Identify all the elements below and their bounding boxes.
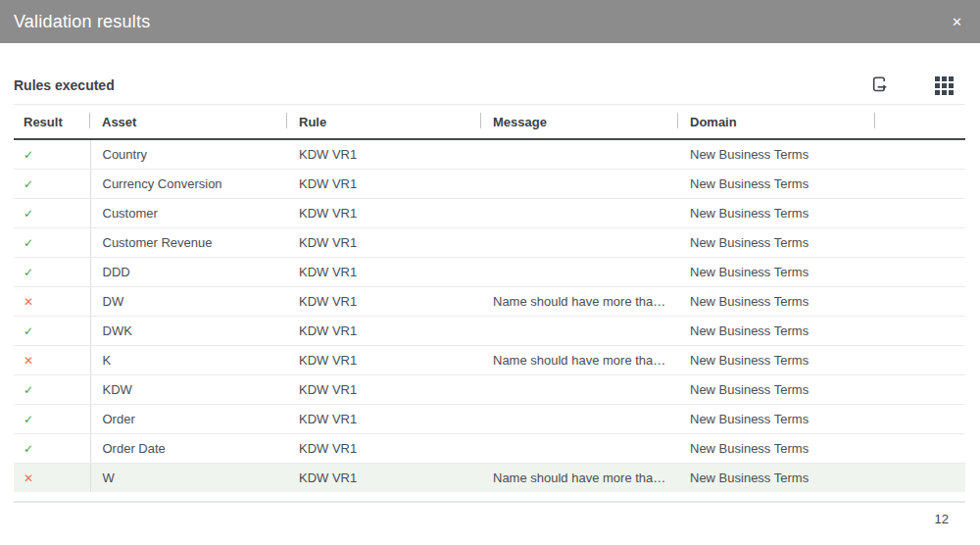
dialog-content: Rules executed	[0, 67, 980, 526]
result-cell: ✓	[14, 374, 90, 404]
result-cell: ✓	[14, 257, 90, 286]
domain-cell: New Business Terms	[678, 257, 875, 286]
message-cell	[481, 433, 678, 463]
asset-cell: Order Date	[90, 433, 287, 463]
asset-cell: DW	[90, 286, 287, 316]
extra-cell	[875, 169, 965, 198]
rule-cell: KDW VR1	[287, 257, 481, 286]
toolbar-icons	[870, 74, 965, 97]
rule-cell: KDW VR1	[287, 404, 481, 433]
pass-icon: ✓	[24, 413, 33, 426]
result-cell: ✕	[14, 286, 90, 316]
extra-cell	[875, 227, 965, 257]
table-footer: 12	[14, 501, 965, 526]
asset-cell: Country	[90, 139, 287, 169]
toolbar: Rules executed	[14, 67, 965, 104]
domain-cell: New Business Terms	[678, 404, 875, 433]
domain-cell: New Business Terms	[678, 374, 875, 404]
domain-cell: New Business Terms	[678, 345, 875, 374]
column-header-result: Result	[14, 105, 90, 140]
fail-icon: ✕	[24, 295, 33, 309]
column-header-message: Message	[481, 105, 678, 140]
table-row[interactable]: ✓ Order Date KDW VR1 New Business Terms	[14, 433, 965, 463]
pass-icon: ✓	[24, 383, 33, 397]
table-row[interactable]: ✓ Customer Revenue KDW VR1 New Business …	[14, 227, 965, 257]
rule-cell: KDW VR1	[287, 286, 481, 316]
result-cell: ✓	[14, 139, 90, 169]
pass-icon: ✓	[24, 177, 33, 191]
domain-cell: New Business Terms	[678, 433, 875, 463]
extra-cell	[875, 286, 965, 316]
extra-cell	[875, 198, 965, 227]
pass-icon: ✓	[24, 148, 33, 162]
grid-icon	[935, 76, 954, 95]
result-cell: ✕	[14, 345, 90, 374]
table-row[interactable]: ✓ DWK KDW VR1 New Business Terms	[14, 316, 965, 345]
result-cell: ✓	[14, 169, 90, 198]
table-row[interactable]: ✕ W KDW VR1 Name should have more than ……	[14, 463, 965, 492]
column-header-asset: Asset	[90, 105, 287, 140]
extra-cell	[875, 345, 965, 374]
columns-button[interactable]	[935, 76, 954, 95]
table-row[interactable]: ✓ Currency Conversion KDW VR1 New Busine…	[14, 169, 965, 198]
rule-cell: KDW VR1	[287, 139, 481, 169]
asset-cell: DWK	[90, 316, 287, 345]
extra-cell	[875, 139, 965, 169]
rule-cell: KDW VR1	[287, 433, 481, 463]
close-icon[interactable]: ✕	[952, 16, 962, 28]
rule-cell: KDW VR1	[287, 345, 481, 374]
message-cell: Name should have more than …	[481, 463, 678, 492]
table-row[interactable]: ✓ KDW KDW VR1 New Business Terms	[14, 374, 965, 404]
rule-cell: KDW VR1	[287, 374, 481, 404]
table-row[interactable]: ✓ Order KDW VR1 New Business Terms	[14, 404, 965, 433]
asset-cell: Customer	[90, 198, 287, 227]
rule-cell: KDW VR1	[287, 227, 481, 257]
extra-cell	[875, 374, 965, 404]
table-header: Result Asset Rule Message Domain	[14, 105, 965, 140]
dialog-title: Validation results	[14, 12, 150, 32]
table-row[interactable]: ✕ K KDW VR1 Name should have more than ……	[14, 345, 965, 374]
asset-cell: DDD	[90, 257, 287, 286]
pass-icon: ✓	[24, 207, 33, 221]
column-header-rule: Rule	[287, 105, 481, 140]
message-cell: Name should have more than …	[481, 345, 678, 374]
message-cell	[481, 404, 678, 433]
export-button[interactable]	[870, 74, 890, 97]
pass-icon: ✓	[24, 266, 33, 279]
message-cell	[481, 139, 678, 169]
asset-cell: W	[90, 463, 287, 492]
domain-cell: New Business Terms	[678, 463, 875, 492]
extra-cell	[875, 433, 965, 463]
result-cell: ✓	[14, 198, 90, 227]
table-body: ✓ Country KDW VR1 New Business Terms ✓ C…	[14, 139, 965, 492]
rule-cell: KDW VR1	[287, 463, 481, 492]
asset-cell: K	[90, 345, 287, 374]
rule-cell: KDW VR1	[287, 198, 481, 227]
message-cell	[481, 316, 678, 345]
pass-icon: ✓	[24, 324, 33, 338]
asset-cell: Currency Conversion	[90, 169, 287, 198]
export-icon	[870, 74, 890, 97]
message-cell	[481, 374, 678, 404]
extra-cell	[875, 404, 965, 433]
column-header-extra	[875, 105, 965, 140]
domain-cell: New Business Terms	[678, 286, 875, 316]
domain-cell: New Business Terms	[678, 169, 875, 198]
message-cell: Name should have more than …	[481, 286, 678, 316]
rule-cell: KDW VR1	[287, 316, 481, 345]
extra-cell	[875, 463, 965, 492]
table-row[interactable]: ✓ Country KDW VR1 New Business Terms	[14, 139, 965, 169]
table-row[interactable]: ✓ DDD KDW VR1 New Business Terms	[14, 257, 965, 286]
table-row[interactable]: ✕ DW KDW VR1 Name should have more than …	[14, 286, 965, 316]
message-cell	[481, 227, 678, 257]
asset-cell: KDW	[90, 374, 287, 404]
asset-cell: Customer Revenue	[90, 227, 287, 257]
result-cell: ✓	[14, 433, 90, 463]
extra-cell	[875, 257, 965, 286]
fail-icon: ✕	[24, 354, 33, 368]
message-cell	[481, 257, 678, 286]
table-row[interactable]: ✓ Customer KDW VR1 New Business Terms	[14, 198, 965, 227]
rules-executed-table: Result Asset Rule Message Domain ✓ Count…	[14, 104, 965, 492]
domain-cell: New Business Terms	[678, 198, 875, 227]
dialog-titlebar: Validation results ✕	[0, 0, 980, 43]
